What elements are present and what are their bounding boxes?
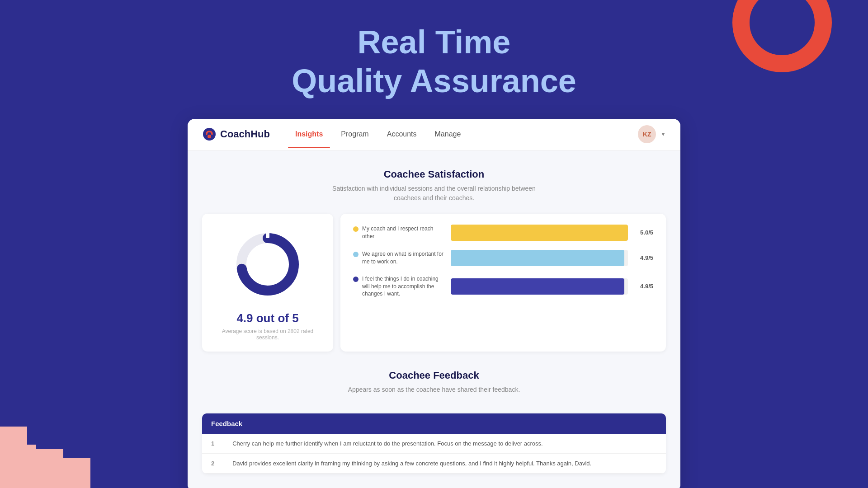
satisfaction-section: Coachee Satisfaction Satisfaction with i… [202,169,666,352]
donut-note: Average score is based on 2802 rated ses… [213,328,322,341]
satisfaction-title: Coachee Satisfaction [202,169,666,180]
bar-label-area-3: I feel the things I do in coaching will … [353,275,443,298]
bar-fill-1 [451,225,628,241]
satisfaction-subtitle: Satisfaction with individual sessions an… [202,184,666,203]
svg-rect-12 [266,230,269,238]
bar-label-text-2: We agree on what is important for me to … [362,250,443,266]
svg-point-8 [203,128,216,141]
decorative-stairs [0,372,90,488]
bar-value-3: 4.9/5 [635,283,653,290]
bar-label-text-3: I feel the things I do in coaching will … [362,275,443,298]
chevron-down-icon: ▼ [660,131,666,137]
nav-item-program[interactable]: Program [334,120,376,148]
feedback-table: Feedback 1 Cherry can help me further id… [202,413,666,474]
bar-chart-card: My coach and I respect reach other 5.0/5… [340,214,666,352]
user-avatar[interactable]: KZ [638,125,656,143]
nav-links: Insights Program Accounts Manage [288,120,638,148]
bar-row-3: I feel the things I do in coaching will … [353,275,653,298]
feedback-row-1: 1 Cherry can help me further identify wh… [202,434,666,454]
donut-chart [231,228,304,300]
bar-value-2: 4.9/5 [635,254,653,261]
bar-container-1 [451,225,628,241]
bar-dot-1 [353,226,359,232]
feedback-section: Coachee Feedback Appears as soon as the … [202,370,666,474]
feedback-row-2-number: 2 [202,453,223,473]
feedback-row-1-number: 1 [202,434,223,454]
navbar: CoachHub Insights Program Accounts Manag… [188,119,680,150]
feedback-table-header: Feedback [202,413,666,434]
feedback-row-2: 2 David provides excellent clarity in fr… [202,453,666,473]
nav-item-manage[interactable]: Manage [428,120,468,148]
bar-dot-2 [353,252,359,257]
nav-item-accounts[interactable]: Accounts [380,120,424,148]
feedback-row-1-text: Cherry can help me further identify when… [223,434,666,454]
page-title: Real Time Quality Assurance [0,23,868,101]
feedback-row-2-text: David provides excellent clarity in fram… [223,453,666,473]
feedback-title: Coachee Feedback [202,370,666,381]
logo-area: CoachHub [202,127,270,141]
main-card: CoachHub Insights Program Accounts Manag… [188,119,680,488]
donut-card: 4.9 out of 5 Average score is based on 2… [202,214,333,352]
logo-icon [202,127,217,141]
donut-score: 4.9 out of 5 [236,311,298,325]
bar-fill-2 [451,250,624,266]
page-title-section: Real Time Quality Assurance [0,0,868,119]
bar-row-1: My coach and I respect reach other 5.0/5 [353,225,653,241]
svg-rect-5 [0,436,27,488]
bar-container-3 [451,278,628,295]
bar-label-text-1: My coach and I respect reach other [362,225,443,240]
satisfaction-row: 4.9 out of 5 Average score is based on 2… [202,214,666,352]
bar-row-2: We agree on what is important for me to … [353,250,653,266]
bar-label-area-1: My coach and I respect reach other [353,225,443,240]
logo-text: CoachHub [220,128,270,140]
user-area[interactable]: KZ ▼ [638,125,666,143]
bar-fill-3 [451,278,624,295]
nav-item-insights[interactable]: Insights [288,120,330,148]
content-area: Coachee Satisfaction Satisfaction with i… [188,150,680,488]
svg-rect-7 [54,458,90,488]
bar-container-2 [451,250,628,266]
svg-point-9 [208,135,211,138]
bar-dot-3 [353,277,359,282]
feedback-subtitle: Appears as soon as the coachee have shar… [202,385,666,394]
bar-value-1: 5.0/5 [635,229,653,236]
bar-label-area-2: We agree on what is important for me to … [353,250,443,266]
